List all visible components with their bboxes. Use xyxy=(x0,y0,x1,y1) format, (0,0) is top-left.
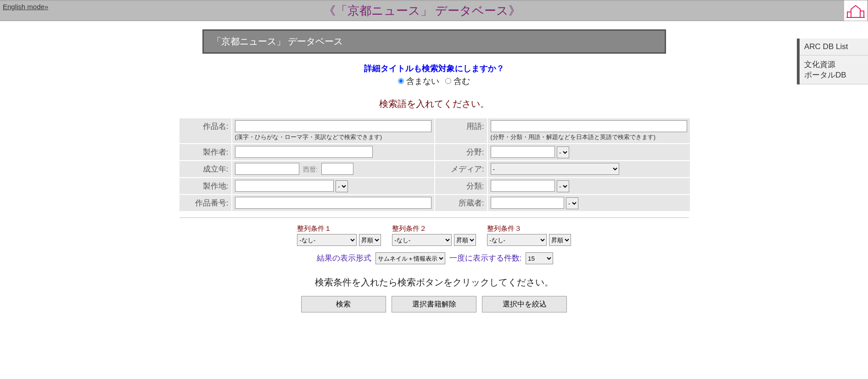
cell-title: (漢字・ひらがな・ローマ字・英訳などで検索できます) xyxy=(232,118,434,143)
input-owner[interactable] xyxy=(491,197,564,209)
detail-title-radio-group: 含まない 含む xyxy=(175,76,694,87)
label-class: 分類: xyxy=(435,178,487,194)
display-count-select[interactable]: 15 xyxy=(526,252,553,264)
select-media[interactable]: - xyxy=(491,163,619,175)
cell-maker xyxy=(232,144,434,160)
label-term: 用語: xyxy=(435,118,487,143)
separator xyxy=(179,217,689,218)
input-workno[interactable] xyxy=(235,197,431,209)
enter-search-prompt: 検索語を入れてください。 xyxy=(175,98,694,110)
input-maker[interactable] xyxy=(235,146,373,158)
sort-select-1[interactable]: -なし- xyxy=(297,234,357,246)
cell-term: (分野・分類・用語・解題などを日本語と英語で検索できます) xyxy=(488,118,690,143)
radio-exclude-label[interactable]: 含まない xyxy=(398,77,439,86)
select-class[interactable]: - xyxy=(557,180,569,192)
input-title[interactable] xyxy=(235,120,431,132)
header-bar: English mode» 《「京都ニュース」 データベース》 xyxy=(0,0,868,21)
radio-exclude-text: 含まない xyxy=(406,77,439,86)
display-format-select[interactable]: サムネイル＋情報表示 xyxy=(375,252,445,264)
input-place[interactable] xyxy=(235,180,334,192)
arc-logo-icon xyxy=(846,3,865,18)
search-button[interactable]: 検索 xyxy=(301,296,386,312)
label-workno: 作品番号: xyxy=(179,195,231,211)
display-row: 結果の表示形式 サムネイル＋情報表示 一度に表示する件数: 15 xyxy=(175,252,694,264)
input-year-ad[interactable] xyxy=(321,163,353,175)
cell-place: - xyxy=(232,178,434,194)
input-class[interactable] xyxy=(491,180,555,192)
label-year: 成立年: xyxy=(179,161,231,177)
select-place[interactable]: - xyxy=(336,180,348,192)
radio-include-label[interactable]: 含む xyxy=(445,77,470,86)
label-year-ad: 西暦: xyxy=(303,166,318,173)
sort-label-2: 整列条件２ xyxy=(392,224,476,233)
hint-term: (分野・分類・用語・解題などを日本語と英語で検索できます) xyxy=(491,133,687,141)
sort-label-1: 整列条件１ xyxy=(297,224,381,233)
cell-workno xyxy=(232,195,434,211)
sort-block-2: 整列条件２ -なし- 昇順 xyxy=(392,224,476,246)
hint-title: (漢字・ひらがな・ローマ字・英訳などで検索できます) xyxy=(235,133,431,141)
select-owner[interactable]: - xyxy=(566,197,578,209)
label-owner: 所蔵者: xyxy=(435,195,487,211)
select-field[interactable]: - xyxy=(557,146,569,158)
cell-class: - xyxy=(488,178,690,194)
sort-block-3: 整列条件３ -なし- 昇順 xyxy=(487,224,571,246)
search-instruction: 検索条件を入れたら検索ボタンをクリックしてください。 xyxy=(175,276,694,289)
side-menu: ARC DB List 文化資源 ポータルDB xyxy=(797,39,868,84)
label-media: メディア: xyxy=(435,161,487,177)
sort-select-2[interactable]: -なし- xyxy=(392,234,452,246)
logo-box xyxy=(844,0,867,21)
english-mode-link[interactable]: English mode» xyxy=(3,3,48,11)
display-count-label: 一度に表示する件数: xyxy=(449,254,522,262)
input-field[interactable] xyxy=(491,146,555,158)
sidemenu-portal-db[interactable]: 文化資源 ポータルDB xyxy=(800,56,868,84)
cell-owner: - xyxy=(488,195,690,211)
cell-media: - xyxy=(488,161,690,177)
input-year-jp[interactable] xyxy=(235,163,299,175)
label-place: 製作地: xyxy=(179,178,231,194)
refine-selection-button[interactable]: 選択中を絞込 xyxy=(482,296,567,312)
detail-title-prompt: 詳細タイトルも検索対象にしますか？ xyxy=(175,63,694,74)
label-maker: 製作者: xyxy=(179,144,231,160)
sort-select-3[interactable]: -なし- xyxy=(487,234,547,246)
radio-include[interactable] xyxy=(445,78,451,84)
sort-row: 整列条件１ -なし- 昇順 整列条件２ -なし- 昇順 整列条件３ -なし- 昇… xyxy=(175,224,694,246)
search-form-grid: 作品名: (漢字・ひらがな・ローマ字・英訳などで検索できます) 用語: (分野・… xyxy=(179,118,689,211)
radio-include-text: 含む xyxy=(454,77,470,86)
sidemenu-arc-db-list[interactable]: ARC DB List xyxy=(800,39,868,56)
label-title: 作品名: xyxy=(179,118,231,143)
order-select-1[interactable]: 昇順 xyxy=(359,234,381,246)
radio-exclude[interactable] xyxy=(398,78,404,84)
sort-label-3: 整列条件３ xyxy=(487,224,571,233)
label-field: 分野: xyxy=(435,144,487,160)
cell-field: - xyxy=(488,144,690,160)
order-select-3[interactable]: 昇順 xyxy=(549,234,571,246)
sort-block-1: 整列条件１ -なし- 昇順 xyxy=(297,224,381,246)
sub-banner: 「京都ニュース」 データベース xyxy=(202,29,666,54)
cell-year: 西暦: xyxy=(232,161,434,177)
clear-selection-button[interactable]: 選択書籍解除 xyxy=(392,296,476,312)
display-format-label: 結果の表示形式 xyxy=(317,254,371,262)
input-term[interactable] xyxy=(491,120,687,132)
order-select-2[interactable]: 昇順 xyxy=(454,234,476,246)
button-row: 検索 選択書籍解除 選択中を絞込 xyxy=(175,296,694,312)
page-title: 《「京都ニュース」 データベース》 xyxy=(0,3,844,19)
